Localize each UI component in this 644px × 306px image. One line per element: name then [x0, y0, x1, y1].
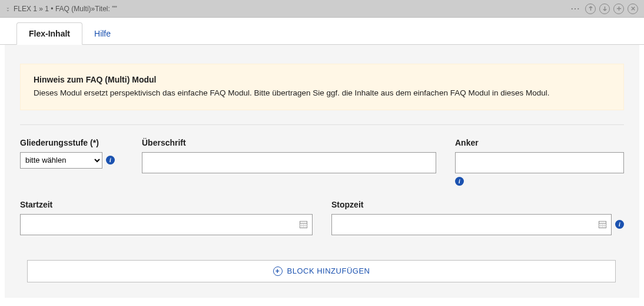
- panel-title-text: FLEX 1 » 1 • FAQ (Multi)»Titel: "": [14, 5, 117, 13]
- move-up-button[interactable]: [585, 4, 596, 14]
- gliederung-label: Gliederungsstufe (*): [20, 138, 123, 147]
- tab-label: Hilfe: [94, 29, 111, 38]
- form-row-1: Gliederungsstufe (*) bitte wählen i Über…: [20, 138, 624, 186]
- content-area: Hinweis zum FAQ (Multi) Modul Dieses Mod…: [5, 45, 639, 298]
- plus-icon: +: [273, 266, 283, 276]
- panel-title: ⌄⌄ FLEX 1 » 1 • FAQ (Multi)»Titel: "": [6, 5, 570, 13]
- info-icon[interactable]: i: [615, 220, 624, 229]
- info-notice: Hinweis zum FAQ (Multi) Modul Dieses Mod…: [20, 64, 624, 110]
- field-stopzeit: Stopzeit i: [331, 200, 624, 235]
- stopzeit-label: Stopzeit: [331, 200, 624, 209]
- tab-label: Flex-Inhalt: [29, 29, 70, 38]
- ueberschrift-input[interactable]: [142, 152, 436, 173]
- stopzeit-input[interactable]: [331, 214, 612, 235]
- divider: [20, 124, 624, 125]
- add-block-button[interactable]: + BLOCK HINZUFÜGEN: [27, 260, 616, 282]
- calendar-icon[interactable]: [298, 220, 308, 229]
- startzeit-input[interactable]: [20, 214, 313, 235]
- move-down-button[interactable]: [599, 4, 610, 14]
- field-gliederungsstufe: Gliederungsstufe (*) bitte wählen i: [20, 138, 123, 169]
- more-icon[interactable]: ⋯: [570, 3, 579, 14]
- field-startzeit: Startzeit: [20, 200, 313, 235]
- info-title: Hinweis zum FAQ (Multi) Modul: [34, 75, 610, 84]
- collapse-icon[interactable]: ⌄⌄: [6, 6, 10, 11]
- ueberschrift-label: Überschrift: [142, 138, 436, 147]
- add-block-label: BLOCK HINZUFÜGEN: [287, 266, 370, 275]
- info-icon[interactable]: i: [455, 177, 464, 186]
- tab-hilfe[interactable]: Hilfe: [82, 23, 122, 44]
- info-text: Dieses Modul ersetzt perspektivisch das …: [34, 88, 610, 99]
- info-icon[interactable]: i: [106, 156, 115, 164]
- startzeit-label: Startzeit: [20, 200, 313, 209]
- tabs-bar: Flex-Inhalt Hilfe: [0, 18, 644, 45]
- calendar-icon[interactable]: [597, 220, 607, 229]
- gliederung-select[interactable]: bitte wählen: [20, 152, 102, 169]
- tab-flex-inhalt[interactable]: Flex-Inhalt: [16, 22, 82, 45]
- anker-input[interactable]: [455, 152, 624, 173]
- panel-header: ⌄⌄ FLEX 1 » 1 • FAQ (Multi)»Titel: "" ⋯: [0, 0, 644, 18]
- close-button[interactable]: [628, 4, 638, 14]
- field-anker: Anker i: [455, 138, 624, 186]
- add-button[interactable]: [613, 4, 624, 14]
- panel-actions: ⋯: [570, 3, 638, 14]
- form-row-dates: Startzeit Stopzeit i: [20, 200, 624, 235]
- anker-label: Anker: [455, 138, 624, 147]
- field-ueberschrift: Überschrift: [142, 138, 436, 173]
